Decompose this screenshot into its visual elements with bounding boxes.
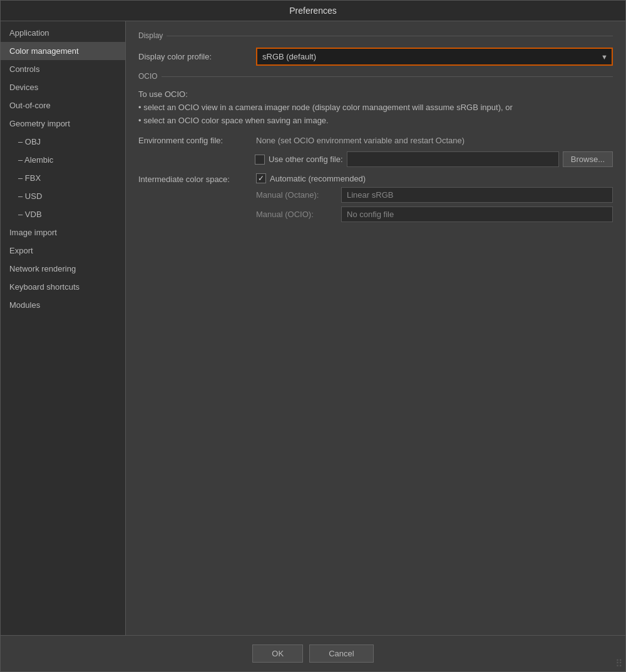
main-panel: Display Display color profile: sRGB (def… [126,21,625,635]
sidebar-item-vdb[interactable]: – VDB [1,205,125,223]
manual-octane-row: Manual (Octane): [256,187,613,203]
cancel-button[interactable]: Cancel [309,644,373,663]
automatic-checkbox[interactable] [256,173,266,183]
use-other-config-input[interactable] [347,151,559,167]
use-other-config-label: Use other config file: [269,155,343,164]
intermediate-color-space-label: Intermediate color space: [138,173,251,184]
env-config-value: None (set OCIO environment variable and … [256,136,464,145]
manual-ocio-input[interactable] [341,206,613,222]
ocio-line2: • select an OCIO view in a camera imager… [138,101,613,115]
sidebar-item-devices[interactable]: Devices [1,78,125,96]
sidebar-item-image-import[interactable]: Image import [1,223,125,242]
resize-corner-icon: ⠿ [615,659,623,669]
display-color-profile-label: Display color profile: [138,52,251,61]
display-color-profile-row: Display color profile: sRGB (default)Lin… [138,48,613,66]
preferences-dialog: Preferences ApplicationColor managementC… [0,0,626,672]
display-section-header: Display [138,31,613,40]
env-config-label: Environment config file: [138,136,251,145]
sidebar-item-network-rendering[interactable]: Network rendering [1,260,125,278]
content-area: ApplicationColor managementControlsDevic… [1,21,625,635]
sidebar-item-obj[interactable]: – OBJ [1,133,125,151]
intermediate-color-space-row: Intermediate color space: Automatic (rec… [138,173,613,222]
ocio-line1: To use OCIO: [138,88,613,101]
sidebar-item-application[interactable]: Application [1,24,125,42]
automatic-label: Automatic (recommended) [270,174,366,183]
ocio-line3: • select an OCIO color space when saving… [138,115,613,128]
display-color-profile-select[interactable]: sRGB (default)LinearRec.709 [256,48,613,66]
color-space-options: Automatic (recommended) Manual (Octane):… [256,173,613,222]
sidebar-item-usd[interactable]: – USD [1,187,125,205]
title-bar: Preferences [1,1,625,21]
ocio-info-text: To use OCIO: • select an OCIO view in a … [138,88,613,127]
ocio-section-label: OCIO [138,72,158,81]
sidebar-item-out-of-core[interactable]: Out-of-core [1,96,125,115]
manual-octane-input[interactable] [341,187,613,203]
manual-octane-label: Manual (Octane): [256,190,337,200]
manual-ocio-row: Manual (OCIO): [256,206,613,222]
use-other-config-row: Use other config file: Browse... [138,151,613,167]
sidebar-item-keyboard-shortcuts[interactable]: Keyboard shortcuts [1,278,125,296]
sidebar-item-geometry-import[interactable]: Geometry import [1,115,125,133]
sidebar-item-color-management[interactable]: Color management [1,42,125,60]
sidebar-item-export[interactable]: Export [1,242,125,260]
sidebar-item-modules[interactable]: Modules [1,296,125,314]
automatic-row: Automatic (recommended) [256,173,613,183]
env-config-row: Environment config file: None (set OCIO … [138,136,613,145]
sidebar: ApplicationColor managementControlsDevic… [1,21,126,635]
use-other-config-checkbox[interactable] [255,155,265,165]
display-color-profile-wrapper: sRGB (default)LinearRec.709 ▼ [256,48,613,66]
ok-button[interactable]: OK [252,644,303,663]
manual-ocio-label: Manual (OCIO): [256,210,337,219]
dialog-title: Preferences [289,6,336,16]
ocio-section-header: OCIO [138,72,613,81]
sidebar-item-alembic[interactable]: – Alembic [1,151,125,169]
display-section-label: Display [138,31,163,40]
sidebar-item-fbx[interactable]: – FBX [1,169,125,187]
browse-button[interactable]: Browse... [563,151,613,167]
sidebar-item-controls[interactable]: Controls [1,60,125,78]
footer: OK Cancel [1,635,625,671]
